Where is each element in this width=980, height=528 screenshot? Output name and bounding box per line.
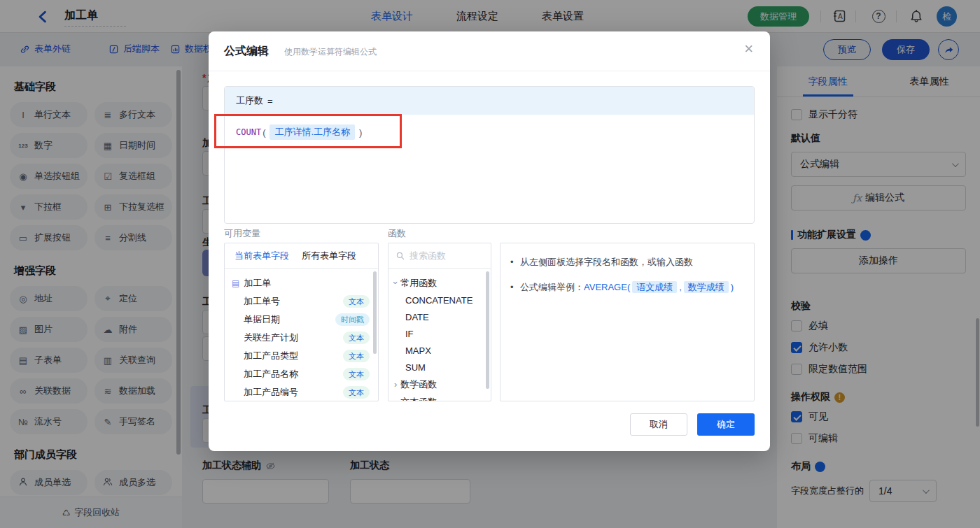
variables-scrollbar[interactable] — [373, 271, 377, 354]
variable-row[interactable]: 加工产品名称文本 — [225, 365, 378, 383]
chevron-collapsed-icon: › — [394, 379, 397, 390]
magnifier-icon — [396, 251, 405, 261]
type-badge: 文本 — [343, 350, 370, 362]
variable-row[interactable]: 加工产品类型文本 — [225, 347, 378, 365]
formula-expression[interactable]: COUNT ( 工序详情.工序名称 ) — [225, 115, 754, 150]
chevron-collapsed-icon: › — [394, 397, 397, 401]
formula-editor[interactable]: 工序数 = COUNT ( 工序详情.工序名称 ) — [224, 86, 755, 224]
modal-title: 公式编辑 — [224, 44, 269, 59]
function-group-text[interactable]: › 文本函数 — [388, 393, 491, 401]
modal-footer: 取消 确定 — [209, 413, 755, 436]
cancel-button[interactable]: 取消 — [630, 413, 687, 436]
function-item[interactable]: CONCATENATE — [388, 292, 491, 308]
formula-target-band: 工序数 = — [225, 87, 754, 115]
tree-root-label: 加工单 — [244, 277, 271, 290]
equals-sign: = — [267, 96, 273, 106]
type-badge: 文本 — [343, 331, 370, 344]
function-group-common[interactable]: › 常用函数 — [388, 274, 491, 292]
function-item[interactable]: DATE — [388, 308, 491, 325]
formula-edit-modal: 公式编辑 使用数学运算符编辑公式 × 工序数 = COUNT ( 工序详情.工序… — [209, 31, 770, 451]
modal-header: 公式编辑 使用数学运算符编辑公式 × — [209, 31, 770, 71]
type-badge: 文本 — [343, 295, 370, 308]
functions-section-label: 函数 — [388, 227, 406, 240]
tree-root-form[interactable]: ▤ 加工单 — [225, 274, 378, 292]
variables-tabs: 当前表单字段 所有表单字段 — [225, 243, 378, 269]
functions-scrollbar[interactable] — [486, 271, 489, 389]
function-item[interactable]: MAPX — [388, 342, 491, 359]
tab-all-form-fields[interactable]: 所有表单字段 — [302, 250, 356, 262]
variables-section-label: 可用变量 — [224, 227, 260, 240]
formula-help-panel: 从左侧面板选择字段名和函数，或输入函数 公式编辑举例：AVERAGE(语文成绩,… — [500, 243, 755, 401]
open-paren: ( — [262, 127, 265, 138]
type-badge: 文本 — [343, 386, 370, 399]
help-line-2: 公式编辑举例：AVERAGE(语文成绩,数学成绩) — [510, 280, 744, 295]
count-function-token: COUNT — [236, 127, 261, 137]
type-badge: 时间戳 — [335, 313, 370, 326]
variable-row[interactable]: 加工产品编号文本 — [225, 383, 378, 401]
function-group-math[interactable]: › 数学函数 — [388, 376, 491, 393]
functions-panel: › 常用函数 CONCATENATE DATE IF MAPX SUM › 数学… — [388, 243, 491, 401]
variables-tree: ▤ 加工单 加工单号文本 单据日期时间戳 关联生产计划文本 加工产品类型文本 加… — [225, 269, 378, 401]
modal-subtitle: 使用数学运算符编辑公式 — [284, 46, 377, 58]
close-icon[interactable]: × — [744, 41, 753, 57]
function-search-input[interactable] — [410, 250, 479, 261]
variable-row[interactable]: 单据日期时间戳 — [225, 311, 378, 329]
document-icon: ▤ — [232, 278, 239, 288]
variable-row[interactable]: 关联生产计划文本 — [225, 329, 378, 347]
help-line-1: 从左侧面板选择字段名和函数，或输入函数 — [510, 255, 744, 270]
variable-row[interactable]: 加工单号文本 — [225, 292, 378, 311]
formula-target: 工序数 — [236, 94, 263, 107]
close-paren-token: ) — [731, 282, 734, 292]
average-function-token: AVERAGE( — [584, 282, 630, 292]
variables-panel: 当前表单字段 所有表单字段 ▤ 加工单 加工单号文本 单据日期时间戳 关联生产计… — [224, 243, 379, 401]
example-chip: 数学成绩 — [684, 281, 729, 293]
field-variable-chip[interactable]: 工序详情.工序名称 — [270, 124, 355, 140]
chevron-expanded-icon: › — [391, 281, 401, 284]
example-chip: 语文成绩 — [632, 281, 677, 293]
type-badge: 文本 — [343, 368, 370, 380]
function-item[interactable]: SUM — [388, 359, 491, 376]
function-item[interactable]: IF — [388, 325, 491, 342]
function-search[interactable] — [388, 243, 491, 269]
app-window: 加工单 表单设计 流程设定 表单设置 数据管理 A ? — [0, 0, 980, 528]
tab-current-form-fields[interactable]: 当前表单字段 — [234, 250, 289, 262]
confirm-button[interactable]: 确定 — [697, 413, 755, 436]
comma-token: , — [679, 282, 682, 292]
close-paren: ) — [359, 127, 362, 138]
